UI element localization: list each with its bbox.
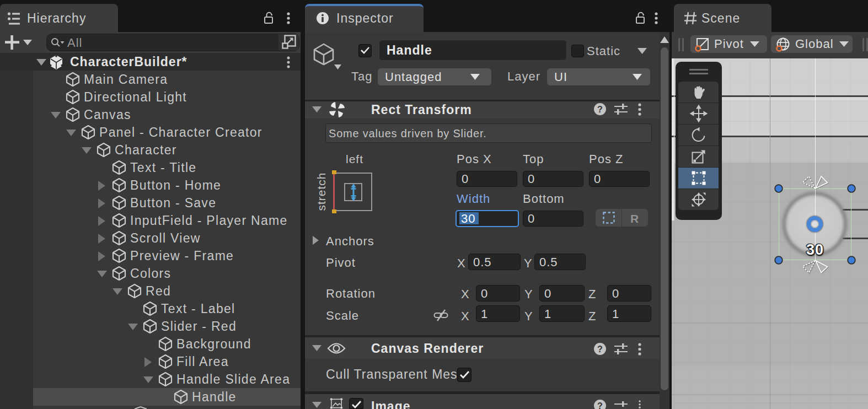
svg-text:?: ? <box>597 105 603 114</box>
svg-text:?: ? <box>597 401 603 409</box>
svg-text:?: ? <box>597 345 603 354</box>
